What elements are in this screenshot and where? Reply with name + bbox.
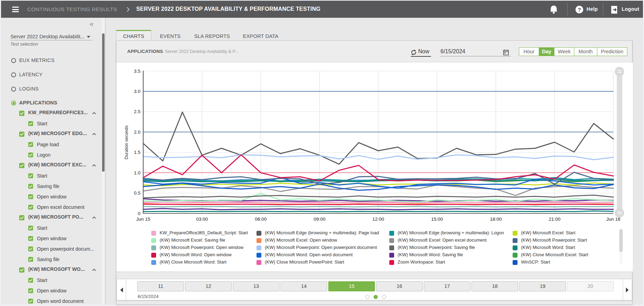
svg-text:03:00: 03:00: [196, 217, 208, 222]
svg-text:Duration seconds: Duration seconds: [124, 125, 129, 159]
svg-text:15:00: 15:00: [431, 217, 443, 222]
svg-text:Jun 15: Jun 15: [136, 217, 151, 222]
svg-text:1.5: 1.5: [134, 150, 140, 155]
svg-text:09:00: 09:00: [314, 217, 325, 222]
svg-text:3.0: 3.0: [134, 89, 140, 94]
svg-text:?: ?: [578, 7, 581, 13]
svg-text:2.0: 2.0: [134, 130, 140, 135]
svg-text:0: 0: [138, 211, 140, 216]
svg-text:21:00: 21:00: [549, 217, 561, 222]
svg-text:1.0: 1.0: [134, 170, 140, 175]
svg-text:3.5: 3.5: [134, 69, 140, 74]
svg-text:0.5: 0.5: [134, 190, 140, 196]
svg-text:12:00: 12:00: [373, 217, 384, 222]
svg-text:06:00: 06:00: [255, 217, 267, 222]
svg-text:2.5: 2.5: [134, 109, 140, 114]
svg-text:18:00: 18:00: [490, 217, 502, 222]
